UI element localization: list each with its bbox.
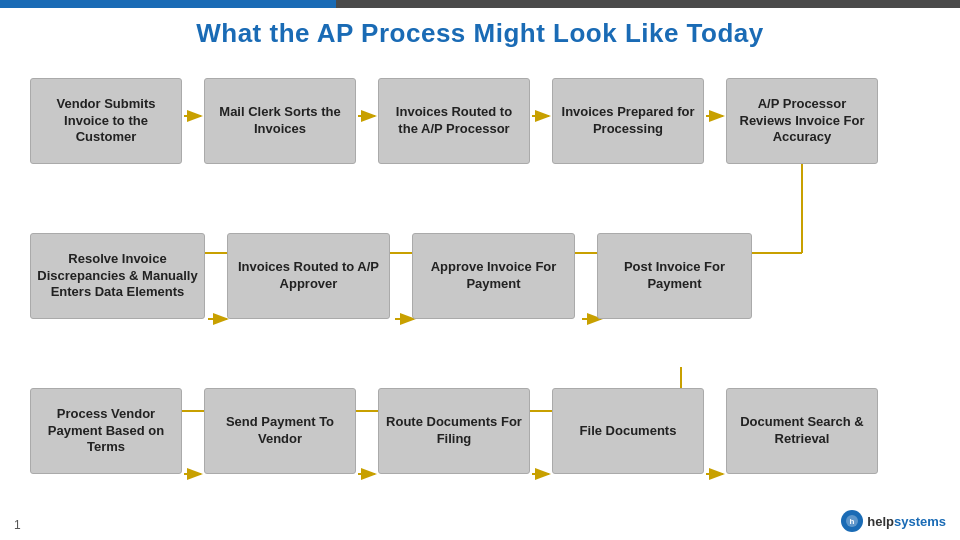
logo-icon: h	[841, 510, 863, 532]
top-bar	[0, 0, 960, 8]
box-document-search: Document Search & Retrieval	[726, 388, 878, 474]
box-vendor-submits: Vendor Submits Invoice to the Customer	[30, 78, 182, 164]
logo-text: helpsystems	[867, 514, 946, 529]
box-ap-processor: A/P Processor Reviews Invoice For Accura…	[726, 78, 878, 164]
logo: h helpsystems	[841, 510, 946, 532]
box-invoices-prepared: Invoices Prepared for Processing	[552, 78, 704, 164]
box-mail-clerk: Mail Clerk Sorts the Invoices	[204, 78, 356, 164]
box-invoices-routed-ap: Invoices Routed to the A/P Processor	[378, 78, 530, 164]
logo-svg: h	[845, 514, 859, 528]
box-resolve-invoice: Resolve Invoice Discrepancies & Manually…	[30, 233, 205, 319]
box-post-invoice: Post Invoice For Payment	[597, 233, 752, 319]
box-send-payment: Send Payment To Vendor	[204, 388, 356, 474]
box-approve-invoice: Approve Invoice For Payment	[412, 233, 575, 319]
slide: What the AP Process Might Look Like Toda…	[0, 0, 960, 540]
svg-text:h: h	[850, 517, 855, 526]
page-number: 1	[14, 518, 21, 532]
box-route-documents: Route Documents For Filing	[378, 388, 530, 474]
box-process-vendor: Process Vendor Payment Based on Terms	[30, 388, 182, 474]
box-file-documents: File Documents	[552, 388, 704, 474]
box-invoices-routed-approver: Invoices Routed to A/P Approver	[227, 233, 390, 319]
